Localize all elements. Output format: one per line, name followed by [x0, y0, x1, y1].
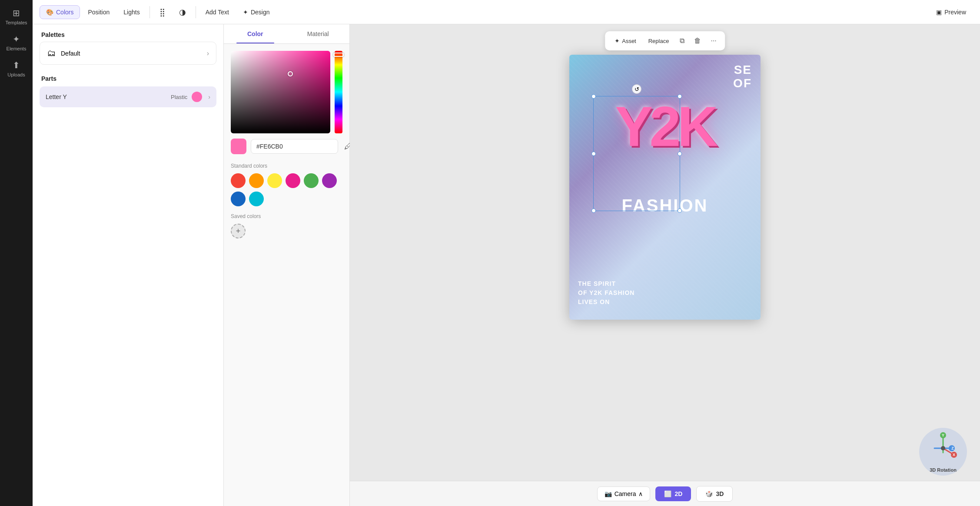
context-toolbar: ✦ Asset Replace ⧉ 🗑 ···: [605, 31, 725, 50]
duplicate-icon: ⧉: [680, 37, 684, 44]
elements-icon: ✦: [13, 34, 20, 44]
top-nav: 🎨 Colors Position Lights ⣿ ◑ Add Text ✦ …: [33, 0, 980, 24]
trash-icon: 🗑: [694, 37, 701, 44]
swatch-pink[interactable]: [286, 173, 300, 188]
preview-btn[interactable]: ▣ Preview: [929, 6, 973, 19]
uploads-icon: ⬆: [13, 60, 20, 70]
parts-title: Parts: [40, 72, 216, 86]
sidebar-item-elements[interactable]: ✦ Elements: [3, 30, 30, 55]
preview-icon: ▣: [936, 9, 942, 16]
ai-asset-icon: ✦: [615, 37, 620, 44]
more-options-button[interactable]: ···: [707, 34, 720, 48]
asset-button[interactable]: ✦ Asset: [609, 35, 641, 47]
colors-nav-btn[interactable]: 🎨 Colors: [40, 5, 80, 19]
svg-text:X: X: [953, 453, 955, 457]
sidebar: ⊞ Templates ✦ Elements ⬆ Uploads: [0, 0, 33, 506]
view-2d-button[interactable]: ⬜ 2D: [655, 486, 691, 501]
color-preview-swatch: [231, 139, 246, 154]
rotation-axes-svg: Z Y X: [926, 431, 960, 466]
picker-cursor: [288, 71, 293, 76]
poster[interactable]: SE OF Y2K FASHION THE SPIRIT OF Y2K FASH…: [569, 55, 761, 320]
swatch-yellow[interactable]: [267, 173, 282, 188]
swatch-cyan[interactable]: [249, 192, 264, 206]
view-3d-button[interactable]: 🎲 3D: [696, 486, 733, 502]
svg-text:Z: Z: [951, 446, 954, 450]
color-picker-panel: Color Material: [224, 24, 350, 506]
svg-text:Y: Y: [942, 433, 944, 437]
standard-color-swatches: [231, 173, 342, 206]
design-nav-btn[interactable]: ✦ Design: [237, 6, 276, 19]
standard-colors-label: Standard colors: [231, 163, 342, 169]
pattern-icon: ⣿: [159, 7, 165, 17]
part-chevron-icon: ›: [208, 93, 210, 100]
tab-material[interactable]: Material: [287, 24, 350, 43]
swatch-purple[interactable]: [322, 173, 337, 188]
contrast-icon: ◑: [179, 7, 186, 17]
colors-icon: 🎨: [46, 9, 53, 16]
hex-input[interactable]: [251, 139, 338, 154]
saved-colors-section: Saved colors +: [224, 213, 349, 245]
sidebar-item-label: Templates: [5, 20, 27, 25]
swatch-orange[interactable]: [249, 173, 264, 188]
color-gradient-picker[interactable]: [231, 51, 330, 133]
templates-icon: ⊞: [13, 8, 20, 18]
swatch-green[interactable]: [304, 173, 319, 188]
sidebar-item-label: Elements: [7, 46, 27, 51]
palettes-panel: Palettes 🗂 Default › Parts Letter Y Plas…: [33, 24, 224, 506]
delete-button[interactable]: 🗑: [690, 34, 705, 48]
rotation-label: 3D Rotation: [930, 467, 957, 473]
svg-point-6: [941, 446, 945, 450]
canvas-wrapper: SE OF Y2K FASHION THE SPIRIT OF Y2K FASH…: [569, 55, 761, 320]
main-area: Palettes 🗂 Default › Parts Letter Y Plas…: [33, 24, 980, 506]
part-material: Plastic: [171, 94, 187, 100]
palette-name: Default: [61, 50, 202, 57]
poster-rise-text: SE OF: [733, 63, 752, 90]
tab-color[interactable]: Color: [224, 24, 287, 43]
part-color-swatch: [192, 92, 202, 102]
ai-design-icon: ✦: [243, 9, 248, 16]
swatch-red[interactable]: [231, 173, 246, 188]
pattern-nav-btn[interactable]: ⣿: [153, 4, 171, 20]
camera-chevron-icon: ∧: [638, 490, 643, 497]
parts-section: Parts Letter Y Plastic ›: [33, 72, 223, 107]
swatch-blue[interactable]: [231, 192, 246, 206]
palette-icon: 🗂: [47, 48, 56, 58]
poster-y2k-text: Y2K: [615, 98, 715, 155]
palettes-title: Palettes: [33, 24, 223, 42]
hue-cursor: [333, 53, 344, 57]
sidebar-item-uploads[interactable]: ⬆ Uploads: [3, 56, 30, 81]
part-item-lettery[interactable]: Letter Y Plastic ›: [40, 86, 216, 107]
add-text-nav-btn[interactable]: Add Text: [199, 6, 235, 19]
rotation-widget: Z Y X 3D Rotation: [919, 428, 967, 476]
position-nav-btn[interactable]: Position: [82, 6, 116, 19]
sidebar-item-label: Uploads: [7, 72, 25, 77]
view-2d-icon: ⬜: [664, 490, 671, 497]
duplicate-button[interactable]: ⧉: [676, 34, 688, 48]
add-color-button[interactable]: +: [231, 224, 246, 238]
bottom-bar: 📷 Camera ∧ ⬜ 2D 🎲 3D: [350, 481, 980, 506]
nav-separator-1: [149, 6, 150, 18]
camera-icon: 📷: [605, 490, 612, 497]
poster-fashion-text: FASHION: [574, 196, 756, 215]
contrast-nav-btn[interactable]: ◑: [173, 4, 192, 20]
part-name: Letter Y: [46, 93, 166, 100]
palette-arrow-icon: ›: [207, 50, 209, 57]
sidebar-item-templates[interactable]: ⊞ Templates: [3, 4, 30, 29]
color-tabs: Color Material: [224, 24, 349, 44]
camera-button[interactable]: 📷 Camera ∧: [597, 486, 651, 501]
more-icon: ···: [711, 37, 716, 44]
color-input-row: 🖊: [224, 133, 349, 159]
view-3d-icon: 🎲: [705, 490, 713, 497]
nav-separator-2: [196, 6, 196, 18]
poster-spirit-text: THE SPIRIT OF Y2K FASHION LIVES ON: [578, 279, 635, 307]
lights-nav-btn[interactable]: Lights: [117, 6, 146, 19]
hue-slider[interactable]: [335, 51, 342, 133]
standard-colors-section: Standard colors: [224, 159, 349, 213]
gradient-dark-overlay: [231, 51, 330, 133]
canvas-area: ✦ Asset Replace ⧉ 🗑 ···: [350, 24, 980, 506]
saved-colors-label: Saved colors: [231, 213, 342, 219]
replace-button[interactable]: Replace: [643, 35, 674, 47]
default-palette[interactable]: 🗂 Default ›: [40, 42, 216, 65]
